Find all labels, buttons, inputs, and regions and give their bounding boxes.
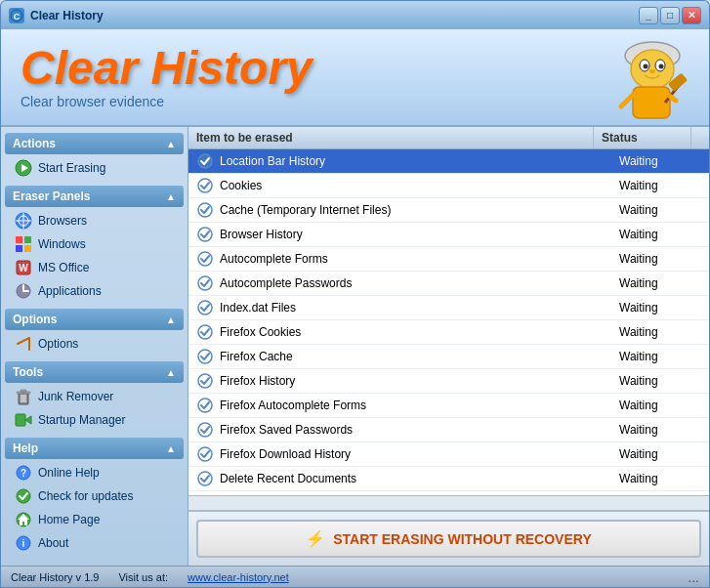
- row-item-name: Location Bar History: [220, 154, 325, 168]
- svg-marker-36: [25, 416, 31, 424]
- sidebar-section-options-header[interactable]: Options ▲: [5, 309, 184, 330]
- sidebar-item-home-page[interactable]: Home Page: [9, 508, 180, 531]
- row-check-icon: [196, 445, 214, 463]
- sidebar-section-options: Options ▲ Options: [5, 309, 184, 357]
- sidebar-section-eraser-panels-items: Browsers Windows: [5, 207, 184, 305]
- sidebar-item-browsers[interactable]: Browsers: [9, 209, 180, 232]
- row-item-name: Firefox Download History: [220, 447, 351, 461]
- main-panel: Item to be erased Status Location Bar Hi…: [188, 127, 709, 566]
- minimize-button[interactable]: _: [639, 7, 658, 24]
- app-logo-title: Clear History: [21, 45, 313, 92]
- svg-rect-35: [16, 414, 25, 426]
- sidebar-item-start-erasing[interactable]: Start Erasing: [9, 156, 180, 180]
- table-row[interactable]: Firefox History Waiting: [188, 369, 709, 394]
- svg-rect-20: [16, 236, 22, 243]
- sidebar-section-tools: Tools ▲: [5, 361, 184, 434]
- col-header-item: Item to be erased: [188, 127, 594, 148]
- row-status-cell: Waiting: [611, 322, 709, 342]
- row-status-cell: Waiting: [611, 371, 709, 391]
- row-status-cell: Waiting: [611, 273, 709, 293]
- row-item-name: Firefox History: [220, 374, 295, 388]
- row-item-name: Firefox Cookies: [220, 325, 301, 339]
- scroll-placeholder: [691, 127, 709, 148]
- table-row[interactable]: Cache (Temporary Internet Files) Waiting: [188, 198, 709, 223]
- options-icon: [15, 335, 32, 353]
- row-check-icon: [196, 397, 214, 414]
- progress-bar-area: [188, 495, 709, 511]
- table-row[interactable]: Autocomplete Forms Waiting: [188, 247, 709, 272]
- sidebar-item-options[interactable]: Options: [9, 332, 180, 356]
- row-status-cell: Waiting: [611, 347, 709, 366]
- table-row[interactable]: Autocomplete Passwords Waiting: [188, 272, 709, 296]
- sidebar-item-windows[interactable]: Windows: [9, 232, 180, 256]
- row-status-cell: Waiting: [611, 396, 709, 415]
- table-row[interactable]: Firefox Saved Passwords Waiting: [188, 418, 709, 442]
- row-item-cell: Index.dat Files: [188, 296, 611, 319]
- table-row[interactable]: Location Bar History Waiting: [188, 149, 709, 174]
- svg-rect-21: [24, 236, 31, 243]
- status-version: Clear History v 1.9: [11, 571, 99, 583]
- sidebar-item-check-updates[interactable]: Check for updates: [9, 484, 180, 508]
- windows-icon: [15, 235, 32, 253]
- svg-text:i: i: [22, 538, 25, 549]
- chevron-up-icon: ▲: [166, 367, 176, 378]
- sidebar-item-applications[interactable]: Applications: [9, 279, 180, 303]
- online-help-icon: ?: [15, 464, 32, 482]
- row-status-cell: Waiting: [611, 420, 709, 440]
- table-row[interactable]: Firefox Cookies Waiting: [188, 320, 709, 345]
- status-dots: ...: [688, 569, 699, 585]
- row-status-cell: Waiting: [611, 249, 709, 269]
- content-area: Actions ▲ Start Erasing: [1, 127, 709, 566]
- startup-manager-icon: [15, 411, 32, 429]
- ms-office-icon: W: [15, 259, 32, 276]
- table-row[interactable]: Firefox Cache Waiting: [188, 345, 709, 369]
- row-check-icon: [196, 274, 214, 292]
- svg-rect-30: [17, 392, 30, 394]
- sidebar-item-online-help[interactable]: ? Online Help: [9, 461, 180, 484]
- chevron-up-icon: ▲: [166, 443, 176, 454]
- row-status-cell: Waiting: [611, 298, 709, 317]
- window-title: Clear History: [30, 9, 637, 22]
- row-item-cell: Firefox Autocomplete Forms: [188, 394, 611, 417]
- row-check-icon: [196, 348, 214, 365]
- status-website-link[interactable]: www.clear-history.net: [188, 571, 289, 583]
- sidebar-section-help: Help ▲ ? Online Help: [5, 438, 184, 557]
- sidebar-section-actions-items: Start Erasing: [5, 154, 184, 182]
- row-item-name: Index.dat Files: [220, 301, 296, 315]
- chevron-up-icon: ▲: [166, 191, 176, 202]
- row-item-cell: Cache (Temporary Internet Files): [188, 198, 611, 222]
- sidebar-section-help-items: ? Online Help Check for updates: [5, 459, 184, 557]
- row-item-cell: Firefox Saved Passwords: [188, 418, 611, 441]
- sidebar-section-help-header[interactable]: Help ▲: [5, 438, 184, 459]
- start-erasing-button[interactable]: ⚡ START ERASING WITHOUT RECOVERY: [196, 520, 701, 558]
- table-row[interactable]: Firefox Autocomplete Forms Waiting: [188, 394, 709, 418]
- sidebar-section-eraser-panels-header[interactable]: Eraser Panels ▲: [5, 186, 184, 207]
- chevron-up-icon: ▲: [166, 139, 176, 149]
- sidebar-item-about[interactable]: i About: [9, 531, 180, 555]
- table-row[interactable]: Delete Recent Documents Waiting: [188, 467, 709, 491]
- row-item-name: Cache (Temporary Internet Files): [220, 203, 391, 217]
- table-row[interactable]: Firefox Download History Waiting: [188, 442, 709, 467]
- row-item-name: Firefox Cache: [220, 350, 293, 363]
- sidebar-item-junk-remover[interactable]: Junk Remover: [9, 385, 180, 408]
- table-row[interactable]: Cookies Waiting: [188, 174, 709, 198]
- check-updates-icon: [15, 487, 32, 505]
- row-item-name: Firefox Autocomplete Forms: [220, 399, 366, 412]
- row-check-icon: [196, 323, 214, 341]
- table-row[interactable]: Browser History Waiting: [188, 223, 709, 247]
- row-check-icon: [196, 250, 214, 268]
- row-status-cell: Waiting: [611, 200, 709, 220]
- sidebar-section-options-items: Options: [5, 330, 184, 357]
- close-button[interactable]: ✕: [682, 7, 701, 24]
- svg-text:?: ?: [21, 468, 26, 479]
- items-list-container: Item to be erased Status Location Bar Hi…: [188, 127, 709, 495]
- sidebar-section-actions-header[interactable]: Actions ▲: [5, 133, 184, 154]
- row-item-name: Cookies: [220, 179, 262, 192]
- table-row[interactable]: Index.dat Files Waiting: [188, 296, 709, 320]
- sidebar-section-tools-header[interactable]: Tools ▲: [5, 361, 184, 383]
- row-item-cell: Browser History: [188, 223, 611, 246]
- maximize-button[interactable]: □: [660, 7, 680, 24]
- sidebar-item-ms-office[interactable]: W MS Office: [9, 256, 180, 279]
- sidebar-item-startup-manager[interactable]: Startup Manager: [9, 408, 180, 432]
- table-body[interactable]: Location Bar History Waiting Cookies Wai…: [188, 149, 709, 495]
